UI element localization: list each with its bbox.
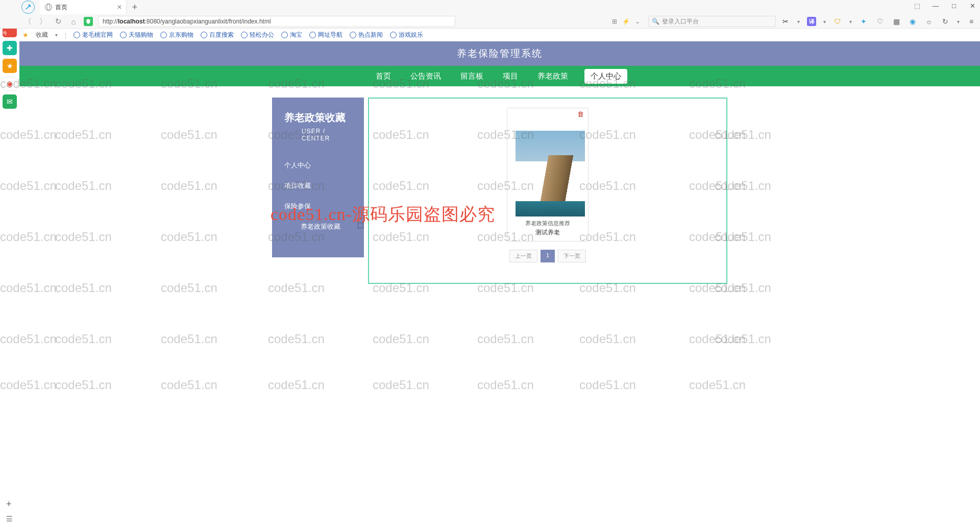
target-icon[interactable] <box>21 1 35 14</box>
pager-page-1[interactable]: 1 <box>541 250 555 262</box>
home-button[interactable]: ⌂ <box>68 16 79 27</box>
sidebar-item-policy-fav[interactable]: 养老政策收藏 <box>272 216 364 237</box>
favorite-card[interactable]: 🗑 养老政策信息推荐 测试养老 <box>507 108 589 242</box>
bookmark-item[interactable]: 游戏娱乐 <box>390 31 423 39</box>
favorites-label[interactable]: 收藏 <box>36 31 48 39</box>
user-sidebar: 养老政策收藏 USER / CENTER 个人中心 项目收藏 保险参保 养老政策… <box>272 98 364 257</box>
sidebar-item-insurance[interactable]: 保险参保 <box>272 196 364 216</box>
minimize-button[interactable]: — <box>931 2 940 10</box>
side-weibo-icon[interactable]: ◉ <box>3 77 17 91</box>
translate-icon[interactable]: 译 <box>807 17 816 26</box>
wardrobe-icon[interactable]: ⬚ <box>913 2 922 10</box>
side-add-button[interactable]: + <box>6 499 12 510</box>
bookmark-icon <box>281 32 288 38</box>
star-icon: ★ <box>22 31 29 39</box>
sun-icon[interactable]: ☼ <box>924 17 934 26</box>
nav-notice[interactable]: 公告资讯 <box>407 69 444 84</box>
refresh-tool-icon[interactable]: ↻ <box>941 17 950 26</box>
bookmark-item[interactable]: 轻松办公 <box>241 31 274 39</box>
maximize-button[interactable]: □ <box>949 2 959 10</box>
address-bar[interactable]: http://localhost:8080/yanglaobapxianguan… <box>98 16 455 27</box>
search-placeholder: 登录入口平台 <box>662 17 699 26</box>
nav-home[interactable]: 首页 <box>373 69 394 84</box>
card-image <box>511 119 585 216</box>
side-mail-icon[interactable]: ✉ <box>3 94 17 109</box>
search-icon: 🔍 <box>652 18 659 25</box>
trash-icon[interactable]: 🗑 <box>577 110 584 118</box>
window-controls: ⬚ — □ ✕ <box>913 2 977 10</box>
bookmark-item[interactable]: 热点新闻 <box>350 31 383 39</box>
bookmark-icon <box>241 32 248 38</box>
url-host: localhost <box>118 18 145 25</box>
bookmark-icon <box>390 32 397 38</box>
back-button[interactable]: 〈 <box>22 16 33 27</box>
card-title: 测试养老 <box>511 228 584 237</box>
scissors-icon[interactable]: ✂ <box>781 17 790 26</box>
bookmark-item[interactable]: 天猫购物 <box>120 31 153 39</box>
security-icon[interactable]: 🛡 <box>833 17 842 26</box>
browser-chrome: 首页 ✕ + ⬚ — □ ✕ 〈 〉 ↻ ⌂ http://localhost:… <box>0 0 980 29</box>
wand-icon[interactable]: ✦ <box>859 17 868 26</box>
os-sidebar: 整供账号 ✚ ★ ◉ ✉ <box>0 0 19 530</box>
forward-button[interactable]: 〉 <box>38 16 48 27</box>
card-label: 养老政策信息推荐 <box>511 220 584 227</box>
pager-next[interactable]: 下一页 <box>558 250 586 262</box>
bookmark-icon <box>74 32 80 38</box>
browser-tab[interactable]: 首页 ✕ <box>40 0 127 14</box>
qr-icon[interactable]: ⊞ <box>612 18 617 25</box>
bookmark-icon <box>201 32 207 38</box>
globe-tool-icon[interactable]: ◉ <box>908 17 917 26</box>
bookmark-icon <box>350 32 356 38</box>
heart-icon[interactable]: ♡ <box>875 17 885 26</box>
bookmark-item[interactable]: 京东购物 <box>160 31 193 39</box>
flash-icon[interactable]: ⚡ <box>622 18 630 25</box>
close-tab-icon[interactable]: ✕ <box>117 4 122 11</box>
url-prefix: http:// <box>103 18 118 25</box>
url-rest: :8080/yanglaobapxianguanlixit/front/inde… <box>145 18 271 25</box>
bookmark-icon <box>309 32 316 38</box>
sidebar-title: 养老政策收藏 <box>272 111 364 128</box>
bookmarks-bar: ★ 收藏 ▾ | 老毛桃官网 天猫购物 京东购物 百度搜索 轻松办公 淘宝 网址… <box>22 29 423 41</box>
pagination: 上一页 1 下一页 <box>379 250 716 262</box>
reload-button[interactable]: ↻ <box>53 16 63 27</box>
grid-icon[interactable]: ▦ <box>892 17 901 26</box>
sidebar-subtitle: USER / CENTER <box>272 128 364 155</box>
site-title: 养老保险管理系统 <box>457 47 543 60</box>
bookmark-item[interactable]: 百度搜索 <box>201 31 234 39</box>
pager-prev[interactable]: 上一页 <box>509 250 537 262</box>
nav-policy[interactable]: 养老政策 <box>534 69 571 84</box>
tab-title: 首页 <box>55 3 67 12</box>
menu-icon[interactable]: ≡ <box>967 17 976 26</box>
bookmark-item[interactable]: 老毛桃官网 <box>74 31 113 39</box>
nav-message[interactable]: 留言板 <box>457 69 486 84</box>
page-viewport: 养老保险管理系统 首页 公告资讯 留言板 项目 养老政策 个人中心 养老政策收藏… <box>19 41 980 530</box>
close-window-button[interactable]: ✕ <box>968 2 977 10</box>
side-menu-button[interactable]: ☰ <box>6 515 13 523</box>
shield-icon[interactable] <box>84 17 93 26</box>
search-input[interactable]: 🔍 登录入口平台 <box>648 16 776 27</box>
main-nav: 首页 公告资讯 留言板 项目 养老政策 个人中心 <box>19 66 980 86</box>
new-tab-button[interactable]: + <box>128 0 142 14</box>
bookmark-icon <box>160 32 167 38</box>
bookmark-icon <box>120 32 127 38</box>
nav-user-center[interactable]: 个人中心 <box>584 69 627 84</box>
nav-project[interactable]: 项目 <box>500 69 521 84</box>
globe-icon <box>45 4 52 11</box>
main-content: 🗑 养老政策信息推荐 测试养老 上一页 1 下一页 <box>368 98 727 284</box>
cursor-icon: ⬚ <box>357 221 364 229</box>
site-header: 养老保险管理系统 <box>19 41 980 66</box>
bookmark-item[interactable]: 网址导航 <box>309 31 342 39</box>
sidebar-item-project-fav[interactable]: 项目收藏 <box>272 176 364 196</box>
side-star-icon[interactable]: ★ <box>3 59 17 73</box>
chevron-down-icon[interactable]: ⌄ <box>635 18 640 25</box>
side-app1-icon[interactable]: ✚ <box>3 41 17 55</box>
bookmark-item[interactable]: 淘宝 <box>281 31 302 39</box>
sidebar-item-profile[interactable]: 个人中心 <box>272 155 364 176</box>
